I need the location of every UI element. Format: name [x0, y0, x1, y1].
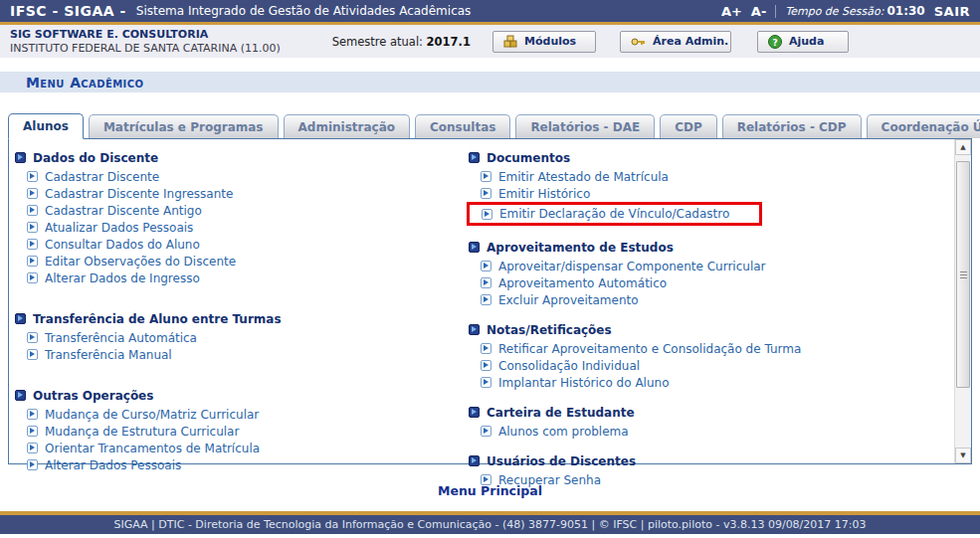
- tab-matriculas-e-programas[interactable]: Matrículas e Programas: [89, 114, 279, 138]
- scrollbar[interactable]: ▲ ▼: [954, 139, 971, 463]
- footer: SIGAA | DTIC - Diretoria de Tecnologia d…: [0, 511, 980, 534]
- logout-button[interactable]: SAIR: [934, 4, 970, 19]
- menu-item-row: Emitir Atestado de Matrícula: [481, 168, 945, 185]
- item-arrow-icon: [482, 209, 492, 220]
- menu-section-usuarios-de-discentes: Usuários de DiscentesRecuperar Senha: [469, 452, 945, 488]
- scroll-up-button[interactable]: ▲: [955, 139, 971, 155]
- item-arrow-icon: [481, 343, 491, 354]
- menu-item-link[interactable]: Cadastrar Discente: [45, 170, 159, 184]
- item-arrow-icon: [27, 256, 38, 267]
- menu-item-link[interactable]: Mudança de Estrutura Curricular: [45, 425, 239, 439]
- menu-item-link[interactable]: Consultar Dados do Aluno: [45, 238, 200, 252]
- key-icon: [631, 36, 646, 48]
- tab-cdp[interactable]: CDP: [660, 114, 717, 138]
- menu-item-link[interactable]: Implantar Histórico do Aluno: [498, 376, 670, 390]
- menu-item-row: Editar Observações do Discente: [27, 253, 469, 269]
- system-name: Sistema Integrado de Gestão de Atividade…: [136, 4, 472, 18]
- divider: [775, 5, 776, 18]
- menu-item: Consolidação Individual: [481, 359, 640, 373]
- menu-item-link[interactable]: Emitir Atestado de Matrícula: [498, 170, 669, 184]
- menu-item-link[interactable]: Alunos com problema: [498, 425, 629, 439]
- item-arrow-icon: [481, 426, 491, 437]
- section-title: Aproveitamento de Estudos: [487, 241, 674, 255]
- menu-item-row: Orientar Trancamentos de Matrícula: [27, 440, 469, 456]
- menu-item-link[interactable]: Transferência Manual: [45, 348, 172, 362]
- item-arrow-icon: [481, 261, 491, 271]
- section-arrow-icon: [469, 152, 480, 163]
- item-arrow-icon: [481, 360, 491, 371]
- menu-item: Alunos com problema: [481, 425, 629, 439]
- menu-item-link[interactable]: Aproveitar/dispensar Componente Curricul…: [498, 260, 766, 273]
- menu-section-notas-retificacoes: Notas/RetificaçõesRetificar Aproveitamen…: [469, 321, 945, 391]
- item-arrow-icon: [481, 377, 491, 388]
- menu-item-link[interactable]: Cadastrar Discente Ingressante: [45, 187, 233, 201]
- tab-consultas[interactable]: Consultas: [415, 114, 510, 138]
- menu-item-link[interactable]: Mudança de Curso/Matriz Curricular: [45, 408, 259, 422]
- admin-area-label: Área Admin.: [653, 35, 728, 48]
- tab-relatorios-dae[interactable]: Relatórios - DAE: [515, 114, 655, 138]
- menu-item-link[interactable]: Emitir Declaração de Vínculo/Cadastro: [499, 207, 729, 221]
- menu-item-link[interactable]: Recuperar Senha: [498, 473, 601, 487]
- menu-item: Cadastrar Discente Antigo: [27, 204, 202, 218]
- font-decrease-button[interactable]: A-: [751, 4, 766, 19]
- scroll-down-button[interactable]: ▼: [955, 448, 971, 463]
- menu-item: Emitir Atestado de Matrícula: [481, 170, 669, 184]
- menu-item-row: Excluir Aproveitamento: [481, 291, 945, 308]
- menu-item-row: Mudança de Estrutura Curricular: [27, 423, 469, 440]
- menu-item: Aproveitamento Automático: [481, 276, 667, 290]
- menu-item-link[interactable]: Retificar Aproveitamento e Consolidação …: [498, 342, 801, 356]
- menu-item: Mudança de Curso/Matriz Curricular: [27, 408, 259, 422]
- item-arrow-icon: [27, 443, 38, 453]
- menu-item-link[interactable]: Orientar Trancamentos de Matrícula: [45, 442, 260, 455]
- menu-item-link[interactable]: Emitir Histórico: [498, 187, 590, 201]
- svg-text:?: ?: [772, 37, 777, 47]
- section-header: Usuários de Discentes: [469, 452, 945, 469]
- section-arrow-icon: [15, 152, 26, 163]
- menu-item-link[interactable]: Alterar Dados Pessoais: [45, 458, 181, 472]
- section-arrow-icon: [15, 390, 26, 401]
- session-label: Tempo de Sessão:: [785, 5, 883, 18]
- menu-item-link[interactable]: Excluir Aproveitamento: [498, 293, 639, 307]
- menu-item: Implantar Histórico do Aluno: [481, 376, 670, 390]
- menu-section-carteira-de-estudante: Carteira de EstudanteAlunos com problema: [469, 404, 945, 440]
- tab-relatorios-cdp[interactable]: Relatórios - CDP: [722, 114, 862, 138]
- menu-item-link[interactable]: Atualizar Dados Pessoais: [45, 221, 193, 235]
- section-arrow-icon: [469, 455, 480, 466]
- modules-button[interactable]: Módulos: [492, 31, 596, 53]
- scroll-thumb[interactable]: [956, 161, 970, 388]
- section-title: Transferência de Aluno entre Turmas: [33, 312, 282, 326]
- menu-item-link[interactable]: Transferência Automática: [45, 331, 197, 345]
- section-arrow-icon: [469, 242, 480, 253]
- tabs-row: AlunosMatrículas e ProgramasAdministraçã…: [0, 112, 980, 138]
- menu-item-link[interactable]: Aproveitamento Automático: [498, 276, 667, 290]
- current-semester: Semestre atual: 2017.1: [332, 35, 471, 49]
- menu-item-row: Aproveitar/dispensar Componente Curricul…: [481, 258, 945, 274]
- semester-label: Semestre atual:: [332, 35, 423, 49]
- menu-item-row: Alterar Dados de Ingresso: [27, 269, 469, 286]
- section-arrow-icon: [469, 407, 480, 418]
- menu-item-link[interactable]: Alterar Dados de Ingresso: [45, 271, 200, 285]
- menu-item: Cadastrar Discente Ingressante: [27, 187, 233, 201]
- menu-item-link[interactable]: Editar Observações do Discente: [45, 255, 236, 269]
- menu-item-row: Consultar Dados do Aluno: [27, 236, 469, 253]
- tab-administracao[interactable]: Administração: [284, 114, 411, 138]
- menu-item: Recuperar Senha: [481, 473, 601, 487]
- menu-item-link[interactable]: Consolidação Individual: [498, 359, 640, 373]
- tab-coordenacao-unica[interactable]: Coordenação Única: [867, 114, 980, 138]
- menu-item: Cadastrar Discente: [27, 170, 159, 184]
- section-header: Outras Operações: [15, 387, 469, 404]
- help-button[interactable]: ? Ajuda: [757, 31, 849, 53]
- top-header: IFSC - SIGAA - Sistema Integrado de Gest…: [0, 0, 980, 22]
- admin-area-button[interactable]: Área Admin.: [620, 31, 731, 53]
- item-arrow-icon: [27, 239, 38, 250]
- font-increase-button[interactable]: A+: [721, 4, 742, 19]
- menu-item-row: Transferência Automática: [27, 329, 469, 346]
- menu-item: Excluir Aproveitamento: [481, 293, 639, 307]
- institution-name: INSTITUTO FEDERAL DE SANTA CATARINA (11.…: [10, 42, 281, 56]
- menu-item-row: Aproveitamento Automático: [481, 274, 945, 291]
- tab-alunos[interactable]: Alunos: [8, 113, 84, 139]
- section-header: Documentos: [469, 149, 945, 166]
- brand-title: IFSC - SIGAA -: [10, 3, 126, 19]
- menu-item-link[interactable]: Cadastrar Discente Antigo: [45, 204, 202, 218]
- footer-credits: SIGAA | DTIC - Diretoria de Tecnologia d…: [0, 515, 980, 534]
